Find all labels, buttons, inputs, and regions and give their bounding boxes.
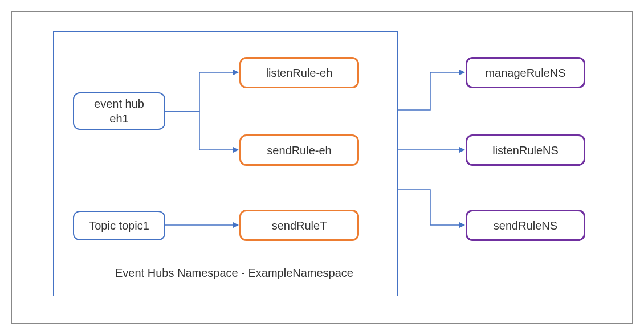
event-hub-entity: event hub eh1 xyxy=(73,92,165,130)
send-rule-t-label: sendRuleT xyxy=(272,218,327,233)
namespace-caption: Event Hubs Namespace - ExampleNamespace xyxy=(115,267,353,280)
manage-rule-ns-label: manageRuleNS xyxy=(485,66,565,80)
send-rule-t: sendRuleT xyxy=(239,210,359,241)
send-rule-eh: sendRule-eh xyxy=(239,134,359,166)
event-hub-label-line2: eh1 xyxy=(109,112,128,125)
event-hub-label-line1: event hub xyxy=(94,97,144,110)
listen-rule-ns-label: listenRuleNS xyxy=(492,143,559,158)
send-rule-ns-label: sendRuleNS xyxy=(494,218,557,233)
manage-rule-ns: manageRuleNS xyxy=(466,57,585,88)
topic-entity: Topic topic1 xyxy=(73,211,165,240)
topic-label: Topic topic1 xyxy=(89,218,149,233)
listen-rule-eh-label: listenRule-eh xyxy=(266,66,333,80)
listen-rule-ns: listenRuleNS xyxy=(466,134,585,166)
send-rule-eh-label: sendRule-eh xyxy=(267,143,331,158)
listen-rule-eh: listenRule-eh xyxy=(239,57,359,88)
send-rule-ns: sendRuleNS xyxy=(466,210,585,241)
